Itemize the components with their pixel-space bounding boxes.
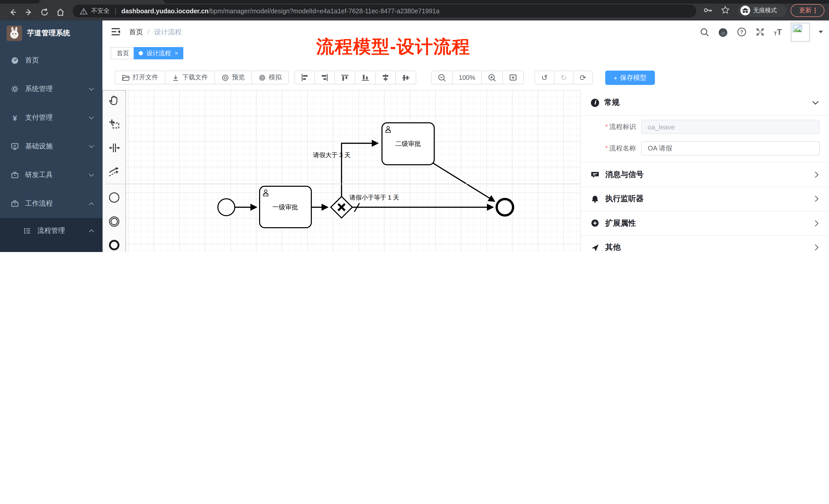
zoom-in-button[interactable] (481, 71, 503, 84)
intermediate-event-entry-icon[interactable] (108, 215, 121, 228)
sidebar-item-workflow[interactable]: 工作流程 (0, 189, 102, 218)
chevron-down-icon[interactable] (812, 101, 819, 105)
star-icon[interactable] (721, 6, 730, 14)
chip-icon (259, 74, 266, 81)
bpmn-canvas[interactable]: 一级审批 请假大于 3 天 二级审批 (102, 90, 829, 252)
home-icon[interactable] (55, 6, 66, 18)
zoom-button-group: 100% (431, 71, 524, 84)
tab-home[interactable]: 首页 (111, 47, 135, 60)
sidebar-item-payment[interactable]: ¥ 支付管理 (0, 103, 102, 132)
zoom-level[interactable]: 100% (452, 71, 482, 84)
sidebar-item-label: 系统管理 (25, 84, 53, 93)
sidebar-item-home[interactable]: 首页 (0, 46, 102, 75)
reset-viewport-button[interactable] (502, 71, 524, 84)
breadcrumb: 首页 / 设计流程 (129, 21, 182, 43)
align-right-button[interactable] (314, 71, 335, 84)
end-event-entry-icon[interactable] (108, 238, 121, 252)
avatar[interactable] (791, 22, 810, 42)
process-name-input[interactable] (641, 141, 820, 156)
forward-icon[interactable] (23, 6, 34, 18)
required-mark: * (605, 123, 608, 130)
redo-button[interactable]: ↻ (554, 71, 574, 84)
sequence-flow[interactable] (433, 163, 495, 201)
breadcrumb-current: 设计流程 (154, 27, 182, 37)
avatar-caret-icon[interactable] (819, 31, 823, 33)
browser-active-tab[interactable] (39, 0, 165, 4)
align-bottom-button[interactable] (355, 71, 376, 84)
space-tool-icon[interactable] (108, 141, 121, 155)
fullscreen-icon[interactable] (755, 27, 765, 37)
github-icon[interactable] (718, 27, 728, 37)
url-text[interactable]: dashboard.yudao.iocoder.cn/bpm/manager/m… (121, 7, 440, 14)
tab-label: 设计流程 (146, 49, 171, 57)
section-extended-attributes[interactable]: 扩展属性 (581, 211, 829, 235)
section-title: 执行监听器 (605, 194, 644, 204)
chevron-right-icon (815, 244, 819, 251)
breadcrumb-separator: / (147, 28, 149, 36)
preview-button[interactable]: 预览 (215, 71, 252, 84)
open-file-button[interactable]: 打开文件 (115, 71, 166, 84)
app-logo-row[interactable]: 芋道管理系统 (0, 21, 102, 46)
incognito-label: 无痕模式 (753, 7, 777, 14)
annotation-title: 流程模型-设计流程 (306, 35, 480, 59)
url-domain: dashboard.yudao.iocoder.cn (121, 7, 208, 14)
end-event[interactable] (497, 199, 513, 216)
tab-close-icon[interactable]: × (175, 50, 178, 57)
back-icon[interactable] (7, 6, 19, 18)
chevron-down-icon (88, 87, 94, 91)
save-model-button[interactable]: + 保存模型 (605, 71, 655, 85)
connection-tool-icon[interactable] (108, 165, 121, 178)
align-center-horizontal-button[interactable] (375, 71, 396, 84)
hand-tool-icon[interactable] (108, 93, 121, 107)
key-icon[interactable] (704, 7, 713, 14)
process-key-input[interactable] (641, 120, 820, 134)
font-size-icon[interactable]: TT (774, 28, 782, 36)
sidebar-item-process-mgmt[interactable]: 流程管理 (0, 218, 102, 243)
align-left-button[interactable] (294, 71, 315, 84)
url-divider (115, 7, 116, 14)
align-top-button[interactable] (334, 71, 355, 84)
sidebar-item-label: 支付管理 (25, 113, 53, 122)
lasso-tool-icon[interactable] (108, 118, 121, 131)
kebab-menu-icon[interactable] (815, 7, 816, 14)
sidebar-fold-icon[interactable] (111, 27, 121, 36)
section-other[interactable]: 其他 (581, 235, 829, 252)
undo-button[interactable]: ↺ (535, 71, 554, 84)
search-icon[interactable] (700, 27, 709, 37)
sidebar-item-label: 流程表单 (48, 252, 75, 252)
align-button-group (294, 71, 416, 84)
update-label[interactable]: 更新 (799, 6, 811, 15)
restart-button[interactable]: ⟳ (573, 71, 593, 84)
reload-icon[interactable] (39, 6, 50, 18)
align-center-vertical-button[interactable] (395, 71, 416, 84)
simulate-button[interactable]: 模拟 (251, 71, 289, 84)
security-label[interactable]: 不安全 (91, 7, 110, 15)
start-event[interactable] (218, 199, 235, 216)
sidebar-item-system[interactable]: 系统管理 (0, 75, 102, 103)
download-file-button[interactable]: 下载文件 (165, 71, 215, 84)
tree-list-icon (23, 227, 32, 235)
briefcase-icon (10, 171, 20, 179)
chevron-up-icon (88, 202, 94, 205)
chevron-down-icon (88, 145, 94, 148)
section-messages-signals[interactable]: 消息与信号 (581, 162, 829, 187)
tab-design-process[interactable]: 设计流程 × (134, 47, 183, 60)
breadcrumb-home[interactable]: 首页 (129, 27, 143, 37)
zoom-out-button[interactable] (431, 71, 453, 84)
start-event-entry-icon[interactable] (108, 191, 121, 204)
sidebar-item-devtools[interactable]: 研发工具 (0, 161, 102, 189)
help-icon[interactable]: ? (737, 27, 747, 37)
sidebar-submenu-workflow: 流程管理 流程表单 用户分组 流程模型 (0, 218, 102, 252)
url-bar[interactable]: 不安全 dashboard.yudao.iocoder.cn/bpm/manag… (73, 5, 696, 17)
sidebar-item-process-form[interactable]: 流程表单 (0, 243, 102, 252)
sidebar-item-infra[interactable]: 基础设施 (0, 132, 102, 161)
section-general[interactable]: i 常规 (581, 90, 829, 116)
browser-menu-button[interactable]: 更新 (791, 4, 824, 17)
svg-text:?: ? (740, 29, 744, 35)
yen-icon: ¥ (10, 113, 20, 122)
section-execution-listeners[interactable]: 执行监听器 (581, 187, 829, 211)
field-label: *流程名称 (581, 144, 636, 153)
plus-circle-icon (591, 219, 599, 227)
section-title: 其他 (605, 243, 621, 252)
chevron-up-icon (88, 229, 94, 233)
